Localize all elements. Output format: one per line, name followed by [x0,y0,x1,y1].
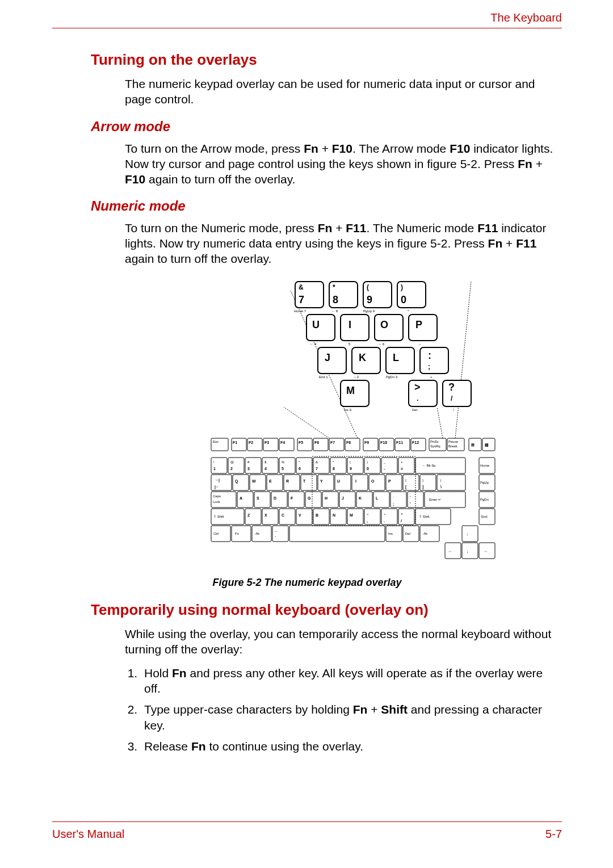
svg-text:R: R [286,479,289,483]
svg-text:→  6: → 6 [378,342,385,346]
svg-text:0: 0 [367,467,369,471]
overlays-intro-text: The numeric keypad overlay can be used f… [125,77,560,107]
svg-line-0 [284,407,329,438]
svg-text:K: K [359,352,366,363]
svg-text:%: % [282,460,285,464]
svg-text:>: > [414,381,421,393]
overlay-key-u: U [306,315,335,341]
section-heading-temporary: Temporarily using normal keyboard (overl… [91,601,562,619]
figure-caption: Figure 5-2 The numeric keypad overlay [52,577,562,589]
svg-text:Home: Home [480,464,490,467]
subheading-arrow-mode: Arrow mode [91,119,562,135]
svg-text:&: & [299,283,304,291]
svg-text:}: } [422,479,423,482]
svg-text::: : [428,350,431,361]
svg-rect-45 [341,380,369,406]
svg-rect-36 [386,347,414,374]
svg-text:F5: F5 [299,441,303,445]
svg-text:O: O [371,479,375,483]
svg-text:(: ( [350,460,351,464]
step-2: Type upper-case characters by holding Fn… [141,702,560,733]
svg-text:.: . [417,395,418,402]
svg-text:P: P [388,479,391,483]
subheading-numeric-mode: Numeric mode [91,198,562,214]
overlay-key-9: (9 [363,282,392,308]
svg-text:|←: |← [215,485,220,489]
svg-text:6: 6 [299,467,301,471]
svg-text:↑: ↑ [467,532,469,536]
svg-text:End  1: End 1 [319,375,328,379]
svg-text:F2: F2 [249,441,253,445]
svg-rect-244 [445,543,461,559]
temporary-intro-text: While using the overlay, you can tempora… [125,627,560,657]
svg-text:B: B [316,513,318,517]
svg-text:PgUp 9: PgUp 9 [363,309,375,313]
overlay-key-i: I [341,315,369,341]
svg-text:Home   7: Home 7 [294,309,306,313]
svg-text:Del: Del [405,532,410,535]
svg-text:\: \ [440,485,442,489]
svg-text:J: J [342,496,344,500]
svg-text:): ) [367,460,368,464]
svg-text:H: H [325,496,328,500]
svg-text:U: U [312,319,320,330]
svg-text:→|: →| [215,478,220,483]
keyboard-overlay-diagram: .k{fill:#fff;stroke:#000;stroke-width:2;… [210,279,562,569]
svg-line-3 [454,282,471,450]
svg-rect-24 [375,315,403,341]
svg-text:V: V [299,513,301,517]
svg-text:Caps: Caps [213,494,221,498]
svg-rect-26 [409,315,437,341]
svg-text:4: 4 [264,467,267,471]
svg-text:;: ; [428,363,430,371]
overlay-key-j: J [318,347,346,374]
arrow-mode-body: To turn on the Arrow mode, press Fn + F1… [125,141,560,187]
svg-text:@: @ [230,460,234,464]
overlay-key-o: O [375,315,403,341]
svg-rect-149 [352,475,368,490]
svg-text:←   8: ← 8 [331,309,338,313]
svg-text:7: 7 [316,467,318,471]
svg-text:5: 5 [282,467,284,471]
svg-text:M: M [346,385,355,396]
svg-text:O: O [380,319,388,330]
temporary-intro-body: While using the overlay, you can tempora… [125,627,560,657]
svg-text:F3: F3 [264,441,269,445]
svg-text:F10: F10 [380,441,387,445]
section-heading-overlays: Turning on the overlays [91,51,562,69]
overlay-key-period: >. [409,380,437,406]
svg-text:F4: F4 [280,441,285,445]
svg-text:Ins  0: Ins 0 [344,408,352,412]
svg-text:F: F [291,496,293,500]
svg-text:Z: Z [247,513,250,517]
svg-text:(: ( [367,283,369,291]
svg-text:Break: Break [448,445,458,448]
svg-text:3: 3 [247,467,250,471]
svg-text:7: 7 [299,294,304,305]
svg-text:PgDn 3: PgDn 3 [386,375,398,379]
svg-text:Ctrl: Ctrl [213,532,219,535]
svg-text:U: U [337,479,340,483]
svg-text:>: > [384,513,386,516]
svg-text:SysRq: SysRq [430,445,440,448]
svg-text:2: 2 [230,467,233,471]
figure-keyboard-overlay: .k{fill:#fff;stroke:#000;stroke-width:2;… [52,279,562,571]
svg-text:↓   2: ↓ 2 [354,375,359,379]
svg-text:I: I [349,319,351,330]
svg-text:8: 8 [333,467,335,471]
svg-rect-242 [462,526,478,542]
svg-rect-246 [462,543,478,559]
svg-text:^: ^ [299,460,300,464]
overlay-key-7: &7 [295,282,324,308]
svg-rect-22 [341,315,369,341]
svg-text:,: , [367,519,368,523]
page-footer: User's Manual 5-7 [52,821,562,841]
svg-line-2 [437,407,443,438]
svg-text:G: G [308,496,311,500]
svg-text:↓: ↓ [467,550,469,553]
overlay-key-k: K [352,347,380,374]
svg-text:→: → [484,550,488,553]
svg-text:I: I [355,479,356,483]
svg-text:1: 1 [213,467,216,471]
svg-rect-32 [318,347,346,374]
